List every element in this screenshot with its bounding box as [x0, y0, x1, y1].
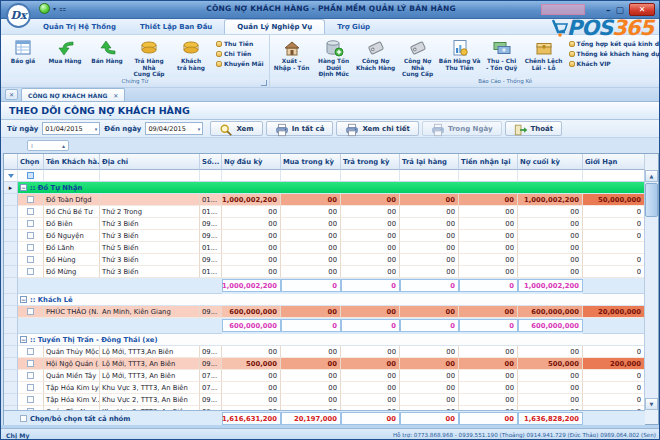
table-row-tap-hoa-kim-ly[interactable]: Tập Hóa Kim LyKhu Vực 3, TTT3, An Biên07… — [4, 382, 645, 394]
row-select-cell[interactable] — [18, 242, 44, 254]
column-header-mua-trong-ky[interactable]: Mua trong kỳ — [281, 154, 341, 170]
ribbon-button-cong-no-nha-cung-cap[interactable]: Công Nợ NhàCung Cấp — [397, 37, 439, 78]
ribbon-item-khuyen-mai[interactable]: Khuyến Mãi — [216, 60, 264, 67]
filter-cell[interactable] — [100, 170, 200, 182]
column-header-tra-lai-hang[interactable]: Trả lại hàng — [400, 154, 459, 170]
from-date-input[interactable]: 01/04/2015 ▾ — [42, 122, 100, 135]
table-row-do-chu-be-tu[interactable]: Đồ Chú Bé TưThứ 2 Trong01...000000000000… — [4, 206, 645, 218]
column-header-tien-nhan-lai[interactable]: Tiền nhận lại — [459, 154, 518, 170]
checkbox-icon[interactable] — [27, 308, 34, 315]
ribbon-item-khach-vip[interactable]: Khách VIP — [569, 60, 660, 67]
ribbon-button-xuat-nhap-ton[interactable]: Xuất -Nhập - Tồn — [271, 37, 313, 71]
toolbar-options-icon[interactable]: ⚏ — [59, 4, 66, 13]
group-row-khach-le[interactable]: −:: Khách Lẻ — [4, 294, 645, 306]
row-select-cell[interactable] — [18, 382, 44, 394]
checkbox-icon[interactable] — [27, 208, 34, 215]
scroll-up-icon[interactable]: ▲ — [645, 170, 658, 182]
row-select-cell[interactable] — [18, 346, 44, 358]
filter-cell[interactable] — [200, 170, 222, 182]
checkbox-icon[interactable] — [27, 372, 34, 379]
row-select-cell[interactable] — [18, 206, 44, 218]
scrollbar-thumb[interactable] — [645, 183, 658, 217]
checkbox-icon[interactable] — [27, 196, 34, 203]
collapse-icon[interactable]: − — [20, 336, 27, 343]
ribbon-button-thu-chi-ton-quy[interactable]: Thu - Chi- Tồn Quỹ — [481, 37, 523, 71]
filter-checkbox-cell[interactable] — [18, 170, 44, 182]
collapse-icon[interactable]: − — [20, 296, 27, 303]
table-row-tap-hoa-kim-v[interactable]: Tập Hóa Kim V...Khu Vực 2, TTT3, An Biên… — [4, 394, 645, 406]
collapse-icon[interactable]: − — [20, 184, 27, 191]
maximize-button[interactable]: ▢ — [615, 4, 624, 16]
vertical-scrollbar[interactable]: ▲ ▼ — [644, 170, 658, 410]
chevron-down-icon[interactable]: ▾ — [198, 126, 201, 132]
ribbon-button-cong-no-khach-hang[interactable]: Công NợKhách Hàng — [355, 37, 397, 71]
row-select-cell[interactable] — [18, 358, 44, 370]
checkbox-icon[interactable] — [27, 232, 34, 239]
filter-cell[interactable] — [44, 170, 100, 182]
checkbox-icon[interactable] — [20, 415, 27, 422]
column-header-gioi-han[interactable]: Giới Hạn — [583, 154, 645, 170]
dialog-launcher-icon[interactable] — [261, 80, 267, 86]
ribbon-button-ban-hang[interactable]: Bán Hàng — [86, 37, 128, 65]
filter-cell[interactable] — [518, 170, 583, 182]
row-select-cell[interactable] — [18, 218, 44, 230]
select-all-groups[interactable]: Chọn/bỏ chọn tất cả nhóm — [18, 411, 222, 426]
table-row-do-hung[interactable]: Đồ HùngThứ 3 Biển09...0000000000000 — [4, 254, 645, 266]
filter-cell[interactable] — [341, 170, 400, 182]
chevron-down-icon[interactable]: ▾ — [95, 126, 98, 132]
table-row-do-toan-dfgd[interactable]: Đồ Toàn Dfgd01...1,000,002,200000000001,… — [4, 194, 645, 206]
column-header-dia-chi[interactable]: Địa chỉ — [100, 154, 200, 170]
menu-tab-tro-giup[interactable]: Trợ Giúp — [325, 19, 382, 34]
ribbon-item-thong-ke-khach-hang-du-ct[interactable]: Thống kê khách hàng dự CT — [569, 50, 660, 57]
tab-list-close-icon[interactable]: ✕ — [5, 89, 18, 100]
doc-tab-close-icon[interactable]: ✕ — [113, 92, 118, 99]
button-xem-chi-tiet[interactable]: Xem chi tiết — [336, 121, 419, 136]
table-row-do-bien[interactable]: Đồ BiênThứ 3 Biển09...0000000000000 — [4, 218, 645, 230]
to-date-input[interactable]: 09/04/2015 ▾ — [145, 122, 203, 135]
checkbox-icon[interactable] — [27, 384, 34, 391]
column-header-no-cuoi-ky[interactable]: Nợ cuối kỳ — [518, 154, 583, 170]
column-header-chon[interactable]: Chọn — [18, 154, 44, 170]
checkbox-icon[interactable] — [27, 268, 34, 275]
ribbon-button-ban-hang-va-thu-tien[interactable]: Bán Hàng VàThu Tiền — [439, 37, 481, 71]
table-row-quan-thuy-moc[interactable]: Quán Thủy MộcLộ Mới, TTT3,An Biên09...00… — [4, 346, 645, 358]
button-thoat[interactable]: Thoát — [505, 121, 563, 136]
column-header-ten-khach-ha[interactable]: Tên Khách hà... — [44, 154, 100, 170]
ribbon-item-thu-tien[interactable]: Thu Tiền — [216, 40, 264, 47]
group-row-tuyen-thi-tran-dong-thai-xe[interactable]: −:: Tuyến Thị Trấn - Đông Thái (xe) — [4, 334, 645, 346]
filter-checkbox-icon[interactable] — [27, 172, 34, 179]
status-orb-icon[interactable] — [39, 3, 50, 14]
ribbon-button-bao-gia[interactable]: Báo giá — [2, 37, 44, 65]
row-select-cell[interactable] — [18, 194, 44, 206]
button-trong-ngay[interactable]: Trong Ngày — [422, 121, 502, 136]
column-header-tra-trong-ky[interactable]: Trả trong kỳ — [341, 154, 400, 170]
row-select-cell[interactable] — [18, 254, 44, 266]
ribbon-button-chenh-lech-lai-lo[interactable]: Chênh LệchLãi - Lỗ — [523, 37, 565, 71]
filter-cell[interactable] — [222, 170, 281, 182]
checkbox-icon[interactable] — [27, 360, 34, 367]
close-button[interactable]: ✕ — [629, 3, 655, 16]
table-row-quan-mien-tay[interactable]: Quán Miền TâyLộ Mới, TTT3, An Biên07...0… — [4, 370, 645, 382]
checkbox-icon[interactable] — [27, 396, 34, 403]
filter-cell[interactable] — [400, 170, 459, 182]
filter-cell[interactable] — [281, 170, 341, 182]
table-row-do-mung[interactable]: Đồ MừngThứ 3 Biển01...0000000000000 — [4, 266, 645, 278]
checkbox-icon[interactable] — [27, 220, 34, 227]
row-select-cell[interactable] — [18, 306, 44, 318]
menu-tab-thiet-lap-ban-dau[interactable]: Thiết Lập Ban Đầu — [128, 19, 224, 34]
row-select-cell[interactable] — [18, 370, 44, 382]
column-header-so[interactable]: Số... — [200, 154, 222, 170]
row-select-cell[interactable] — [18, 266, 44, 278]
ribbon-item-tong-hop-ket-qua-kinh-doanh[interactable]: Tổng hợp kết quả kinh doanh — [569, 40, 660, 47]
minimize-button[interactable]: – — [606, 4, 611, 16]
menu-tab-quan-tri-he-thong[interactable]: Quản Trị Hệ Thống — [31, 19, 128, 34]
table-row-do-lanh[interactable]: Đồ LãnhThứ 5 Biển01...000000000000 — [4, 242, 645, 254]
ribbon-button-mua-hang[interactable]: Mua Hàng — [44, 37, 86, 65]
table-row-do-nguyen[interactable]: Đồ NguyệnThứ 3 Biển09...0000000000000 — [4, 230, 645, 242]
app-logo-icon[interactable]: Dx — [6, 3, 31, 28]
filter-funnel-icon[interactable] — [8, 174, 14, 178]
chevron-down-icon[interactable]: ▾ — [53, 5, 56, 12]
scroll-down-icon[interactable]: ▼ — [645, 398, 658, 410]
filter-cell[interactable] — [459, 170, 518, 182]
ribbon-item-chi-tien[interactable]: Chi Tiền — [216, 50, 264, 57]
